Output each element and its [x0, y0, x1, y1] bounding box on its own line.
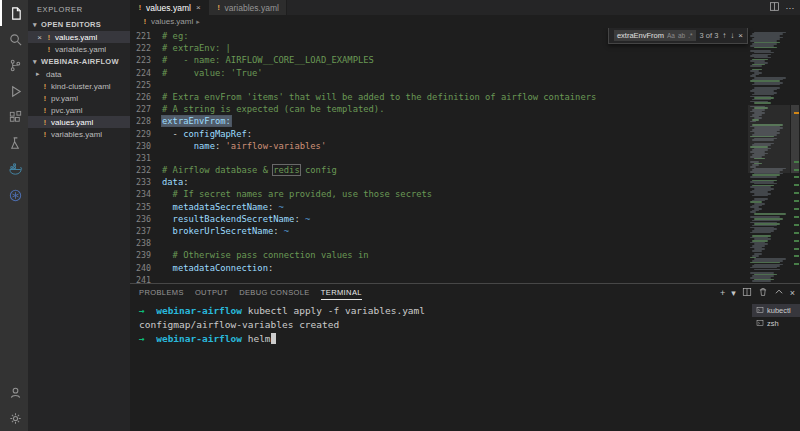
code-line: 236 resultBackendSecretName: ~ [130, 213, 748, 225]
panel-tab-problems[interactable]: PROBLEMS [139, 285, 184, 300]
line-number: 238 [130, 237, 162, 249]
editor-tab[interactable]: !values.yaml× [130, 0, 209, 15]
tabs-container: !values.yaml×!variables.yaml [130, 0, 287, 15]
file-tree-item[interactable]: ▸data [28, 68, 130, 80]
account-icon[interactable] [0, 379, 28, 405]
find-next-icon[interactable]: ↓ [730, 32, 734, 40]
overview-ruler-tick [794, 232, 799, 234]
line-number: 230 [130, 140, 162, 152]
line-number: 221 [130, 30, 162, 42]
file-tree-item[interactable]: !pvc.yaml [28, 104, 130, 116]
panel-tab-debug-console[interactable]: DEBUG CONSOLE [239, 285, 310, 300]
file-tree-item[interactable]: !values.yaml [28, 116, 130, 128]
minimap[interactable] [748, 28, 790, 283]
line-content: # Extra envFrom 'items' that will be add… [162, 91, 596, 103]
yaml-icon: ! [42, 95, 48, 102]
close-icon[interactable]: × [36, 33, 43, 42]
minimap-viewport[interactable] [748, 105, 790, 174]
chevron-down-icon: ▾ [31, 58, 39, 66]
kill-terminal-icon[interactable] [758, 287, 768, 299]
new-terminal-icon[interactable]: + [720, 288, 725, 298]
line-content: brokerUrlSecretName: ~ [162, 225, 289, 237]
code-token: extraEnvFrom: [162, 116, 231, 126]
minimap-line [752, 195, 768, 197]
yaml-icon: ! [42, 131, 48, 138]
open-editor-label: values.yaml [55, 33, 97, 42]
line-number: 222 [130, 42, 162, 54]
yaml-icon: ! [137, 4, 143, 11]
file-tree-item[interactable]: !kind-cluster.yaml [28, 80, 130, 92]
code-area[interactable]: 221# eg:222# extraEnv: |223# - name: AIR… [130, 28, 748, 283]
explorer-icon[interactable] [0, 0, 28, 26]
find-previous-icon[interactable]: ↑ [722, 32, 726, 40]
code-token: - [162, 129, 183, 139]
run-debug-icon[interactable] [0, 78, 28, 104]
code-token [162, 214, 173, 224]
code-token: # - name: AIRFLOW__CORE__LOAD_EXAMPLES [162, 55, 374, 65]
code-line: 234 # If secret names are provided, use … [130, 188, 748, 200]
split-terminal-icon[interactable] [742, 287, 752, 299]
maximize-panel-icon[interactable] [774, 287, 784, 299]
panel-tab-terminal[interactable]: TERMINAL [321, 285, 362, 300]
close-tab-icon[interactable]: × [196, 3, 201, 12]
line-content: # extraEnv: | [162, 42, 231, 54]
settings-gear-icon[interactable] [0, 405, 28, 431]
line-content: # value: 'True' [162, 67, 263, 79]
editor-tab[interactable]: !variables.yaml [209, 0, 287, 15]
folder-header[interactable]: ▾ WEBINAR-AIRFLOW [28, 55, 130, 68]
panel-tab-output[interactable]: OUTPUT [195, 285, 228, 300]
test-beaker-icon[interactable] [0, 130, 28, 156]
terminal-line: configmap/airflow-variables created [139, 318, 752, 332]
line-number: 227 [130, 103, 162, 115]
scrollbar-slider[interactable] [791, 105, 799, 174]
code-line: 238 [130, 237, 748, 249]
tab-label: values.yaml [146, 3, 191, 13]
whole-word-icon[interactable]: ab [678, 32, 685, 39]
file-tree-item[interactable]: !variables.yaml [28, 128, 130, 140]
more-actions-icon[interactable]: ⋯ [786, 3, 795, 13]
find-input[interactable]: extraEnvFrom Aa ab .* [614, 30, 696, 41]
code-token: data [162, 177, 183, 187]
terminal-instance-label: kubectl [767, 306, 791, 315]
code-line: 229 - configMapRef: [130, 128, 748, 140]
overview-ruler-tick [794, 216, 799, 218]
line-number: 241 [130, 274, 162, 283]
code-line: 232# Airflow database & redis config [130, 164, 748, 176]
close-panel-icon[interactable]: × [790, 288, 795, 298]
code-token [162, 141, 194, 151]
terminal[interactable]: → webinar-airflow kubectl apply -f varia… [130, 301, 752, 431]
panel-tabs: PROBLEMSOUTPUTDEBUG CONSOLETERMINAL [139, 285, 362, 300]
case-sensitive-icon[interactable]: Aa [667, 32, 675, 39]
chevron-right-icon: ▸ [196, 18, 200, 26]
kubernetes-icon[interactable] [0, 182, 28, 208]
terminal-instance[interactable]: zsh [752, 317, 800, 330]
terminal-icon [756, 306, 764, 316]
split-editor-icon[interactable] [769, 1, 780, 14]
file-tree-item[interactable]: !pv.yaml [28, 92, 130, 104]
line-number: 231 [130, 152, 162, 164]
search-icon[interactable] [0, 26, 28, 52]
regex-icon[interactable]: .* [688, 32, 692, 39]
file-name: values.yaml [51, 118, 93, 127]
open-editors-header[interactable]: ▾ OPEN EDITORS [28, 18, 130, 31]
panel-header: PROBLEMSOUTPUTDEBUG CONSOLETERMINAL + ▾ … [130, 284, 800, 301]
terminal-instance[interactable]: kubectl [752, 304, 800, 317]
open-editor-item[interactable]: ×!values.yaml [28, 31, 130, 43]
extensions-icon[interactable] [0, 104, 28, 130]
line-number: 235 [130, 201, 162, 213]
minimap-line [754, 213, 786, 215]
editor-scrollbar[interactable] [790, 28, 800, 283]
terminal-dropdown-icon[interactable]: ▾ [731, 288, 736, 298]
folder-label: WEBINAR-AIRFLOW [41, 57, 119, 66]
breadcrumb[interactable]: ! values.yaml ▸ [130, 15, 800, 28]
find-close-icon[interactable]: × [738, 32, 743, 40]
minimap-line [752, 84, 780, 86]
open-editor-item[interactable]: !variables.yaml [28, 43, 130, 55]
code-token [162, 226, 173, 236]
line-content: # eg: [162, 30, 188, 42]
code-token: ~ [279, 202, 284, 212]
tab-label: variables.yaml [225, 3, 279, 13]
docker-icon[interactable] [0, 156, 28, 182]
source-control-icon[interactable] [0, 52, 28, 78]
code-token: configMapRef [183, 129, 247, 139]
